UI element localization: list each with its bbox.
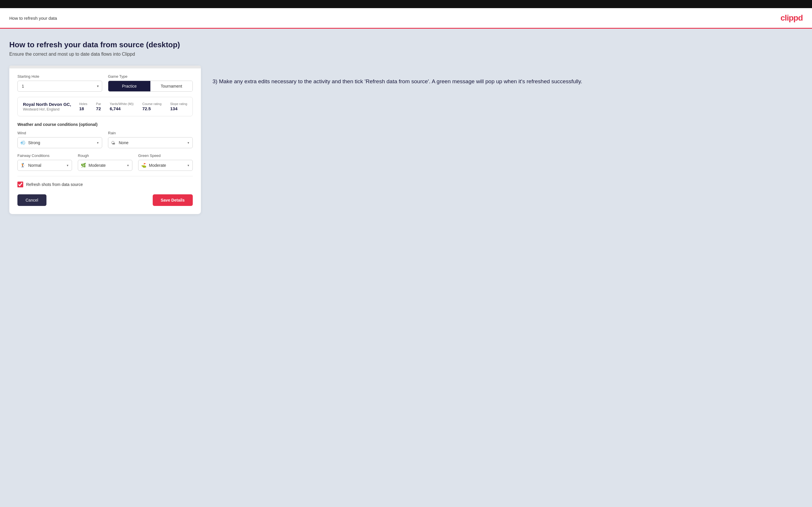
course-name: Royal North Devon GC, [23,102,71,107]
rain-select-wrapper: 🌤 None Light Heavy ▾ [108,137,193,148]
refresh-checkbox-label: Refresh shots from data source [26,182,83,187]
game-type-toggle: Practice Tournament [108,80,193,92]
yards-value: 6,744 [110,106,121,111]
header: How to refresh your data clippd [0,8,812,29]
tournament-toggle-btn[interactable]: Tournament [150,81,193,91]
rough-select[interactable]: Moderate Light Heavy [78,160,133,171]
course-info-text: Royal North Devon GC, Westward Ho!, Engl… [23,102,71,111]
rain-group: Rain 🌤 None Light Heavy ▾ [108,131,193,148]
weather-section-label: Weather and course conditions (optional) [17,122,193,127]
green-speed-label: Green Speed [138,154,193,158]
course-stats: Holes 18 Par 72 Yards/White (M)) 6,744 [79,102,187,111]
wind-rain-row: Wind 💨 Strong Light None Calm ▾ [17,131,193,148]
fairway-rough-green-row: Fairway Conditions 🏌 Normal Firm Soft ▾ [17,154,193,171]
save-button[interactable]: Save Details [153,194,193,206]
par-label: Par [96,102,101,106]
instruction-panel: 3) Make any extra edits necessary to the… [212,65,803,86]
conditions-section: Weather and course conditions (optional)… [17,122,193,171]
fairway-group: Fairway Conditions 🏌 Normal Firm Soft ▾ [17,154,72,171]
starting-hole-label: Starting Hole [17,74,102,78]
practice-toggle-btn[interactable]: Practice [108,81,150,91]
wind-select[interactable]: Strong Light None Calm [17,137,102,148]
course-info-header: Royal North Devon GC, Westward Ho!, Engl… [23,102,187,111]
starting-hole-row: Starting Hole 1 10 ▾ Game Type Practice … [17,74,193,92]
main-content: How to refresh your data from source (de… [0,29,812,507]
game-type-label: Game Type [108,74,193,78]
course-location: Westward Ho!, England [23,107,71,111]
yards-stat: Yards/White (M)) 6,744 [110,102,134,111]
starting-hole-select[interactable]: 1 10 [17,80,102,92]
green-speed-select-wrapper: ⛳ Moderate Fast Slow ▾ [138,160,193,171]
rough-select-wrapper: 🌿 Moderate Light Heavy ▾ [78,160,133,171]
wind-group: Wind 💨 Strong Light None Calm ▾ [17,131,102,148]
instruction-text: 3) Make any extra edits necessary to the… [212,77,803,86]
wind-label: Wind [17,131,102,135]
fairway-label: Fairway Conditions [17,154,72,158]
form-divider [17,176,193,176]
top-bar [0,0,812,8]
par-stat: Par 72 [96,102,101,111]
cancel-button[interactable]: Cancel [17,194,46,206]
slope-rating-stat: Slope rating 134 [170,102,187,111]
wind-select-wrapper: 💨 Strong Light None Calm ▾ [17,137,102,148]
content-area: Starting Hole 1 10 ▾ Game Type Practice … [9,65,803,214]
page-subheading: Ensure the correct and most up to date d… [9,52,803,57]
course-card: Royal North Devon GC, Westward Ho!, Engl… [17,97,193,116]
rough-group: Rough 🌿 Moderate Light Heavy ▾ [78,154,133,171]
refresh-checkbox[interactable] [17,181,23,187]
holes-label: Holes [79,102,87,106]
rain-label: Rain [108,131,193,135]
slope-rating-value: 134 [170,106,177,111]
page-heading: How to refresh your data from source (de… [9,40,803,49]
actions-row: Cancel Save Details [17,194,193,206]
course-rating-label: Course rating [142,102,161,106]
par-value: 72 [96,106,101,111]
form-panel: Starting Hole 1 10 ▾ Game Type Practice … [9,65,201,214]
logo: clippd [781,13,803,22]
starting-hole-select-wrapper: 1 10 ▾ [17,80,102,92]
rain-select[interactable]: None Light Heavy [108,137,193,148]
green-speed-select[interactable]: Moderate Fast Slow [138,160,193,171]
holes-stat: Holes 18 [79,102,87,111]
fairway-select[interactable]: Normal Firm Soft [17,160,72,171]
holes-value: 18 [79,106,84,111]
course-rating-value: 72.5 [142,106,151,111]
header-title: How to refresh your data [9,16,57,20]
game-type-group: Game Type Practice Tournament [108,74,193,92]
yards-label: Yards/White (M)) [110,102,134,106]
course-rating-stat: Course rating 72.5 [142,102,161,111]
fairway-select-wrapper: 🏌 Normal Firm Soft ▾ [17,160,72,171]
slope-rating-label: Slope rating [170,102,187,106]
refresh-checkbox-row: Refresh shots from data source [17,181,193,187]
rough-label: Rough [78,154,133,158]
green-speed-group: Green Speed ⛳ Moderate Fast Slow ▾ [138,154,193,171]
form-top-tab [9,65,201,68]
starting-hole-group: Starting Hole 1 10 ▾ [17,74,102,92]
